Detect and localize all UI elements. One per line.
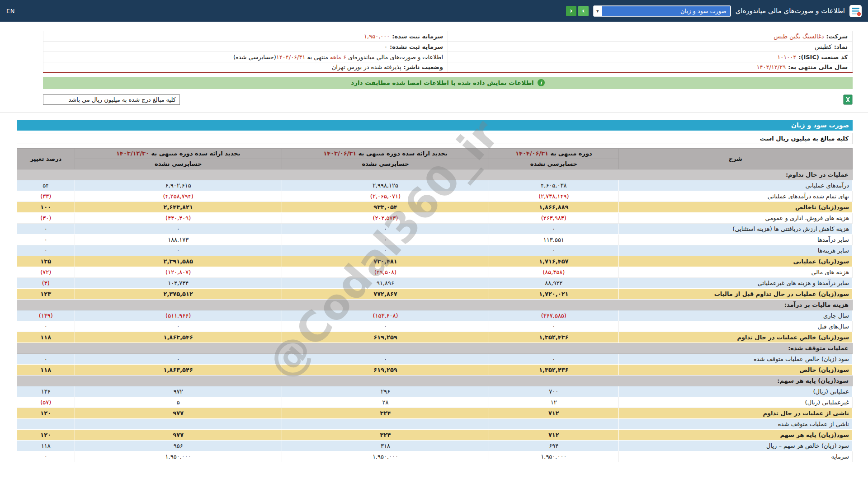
row-change-percent: ۱۲۰ — [17, 429, 75, 440]
nav-previous-button[interactable]: ‹ — [566, 6, 576, 16]
row-value-restated-mid: ۷۷۲,۸۶۷ — [282, 288, 489, 299]
row-value-current: ۰ — [489, 223, 618, 234]
row-value-restated-annual: (۴۴۰,۴۰۹) — [75, 212, 282, 223]
row-label: سود(زیان) پایه هر سهم — [618, 429, 852, 440]
row-value-restated-annual: ۱۸۸,۱۷۳ — [75, 234, 282, 245]
row-change-percent: ۱۱۸ — [17, 332, 75, 343]
statement-row: سود(زیان) ناخالص۱,۸۶۶,۸۸۹۹۳۳,۰۵۴۲,۶۴۳,۸۲… — [17, 202, 853, 212]
unregistered-capital-value: ۰ — [384, 43, 387, 50]
statement-unit-note: کلیه مبالغ به میلیون ریال است — [17, 133, 853, 144]
row-label: سال‌های قبل — [618, 321, 852, 332]
report-type-selected-value: صورت سود و زیان — [602, 6, 730, 16]
row-value-restated-annual: (۵۱۱,۹۶۶) — [75, 310, 282, 321]
row-value-restated-annual: ۲,۳۷۵,۵۱۲ — [75, 288, 282, 299]
statement-row: عملیاتی (ریال)۷۰۰۲۹۶۹۷۲۱۳۶ — [17, 386, 853, 397]
statement-row: سایر هزینه‌ها۰۰۰۰ — [17, 245, 853, 256]
statement-row: سود(زیان) خالص عملیات در حال تداوم۱,۳۵۲,… — [17, 332, 853, 343]
en-language-link[interactable]: EN — [6, 8, 15, 14]
row-value-current: ۷۱۲ — [489, 429, 618, 440]
statement-row: سود(زیان) پایه هر سهم۷۱۲۳۲۴۹۷۷۱۲۰ — [17, 429, 853, 440]
col-subheader-audit-current: حسابرسی نشده — [489, 159, 618, 169]
row-value-restated-mid: (۴۹,۵۰۸) — [282, 267, 489, 277]
row-value-restated-annual: ۲,۳۹۱,۵۸۵ — [75, 256, 282, 267]
statement-row: درآمدهای عملیاتی۴,۶۰۵,۰۳۸۲,۹۹۸,۱۲۵۶,۹۰۲,… — [17, 180, 853, 191]
row-value-restated-annual: ۰ — [75, 245, 282, 256]
col-header-period-current: دوره منتهی به ۱۴۰۴/۰۶/۳۱ — [489, 148, 618, 159]
company-info-table: شرکت:ذغالسنگ نگین طبس سرمایه ثبت شده:۱,۹… — [43, 31, 853, 73]
statement-row: هزینه کاهش ارزش دریافتنی ها (هزینه استثن… — [17, 223, 853, 234]
info-row: کد صنعت (ISIC):۱۰۱۰۰۴ اطلاعات و صورت‌های… — [43, 52, 853, 62]
row-value-restated-annual: ۹۵۶ — [75, 440, 282, 451]
codal-logo-icon[interactable] — [849, 5, 862, 17]
excel-export-icon[interactable] — [843, 94, 853, 105]
report-period-cell: اطلاعات و صورت‌های مالی میاندوره‌ای ۶ ما… — [43, 52, 448, 62]
period-prefix: تجدید ارائه شده دوره منتهی به — [356, 150, 448, 157]
row-value-restated-annual: (۴,۲۵۸,۷۹۴) — [75, 191, 282, 202]
row-change-percent: (۳۰) — [17, 212, 75, 223]
row-value-restated-annual — [75, 418, 282, 429]
row-value-current: ۱,۹۵۰,۰۰۰ — [489, 451, 618, 462]
period-date: ۱۴۰۴/۰۶/۳۱ — [515, 150, 548, 157]
statement-row: سایر درآمدها و هزینه های غیرعملیاتی۸۸,۹۲… — [17, 277, 853, 288]
row-label: سود(زیان) عملیات در حال تداوم قبل از مال… — [618, 288, 852, 299]
row-value-restated-annual: ۹۷۷ — [75, 408, 282, 418]
row-value-restated-annual: ۹۷۲ — [75, 386, 282, 397]
col-header-change-percent: درصد تغییر — [17, 148, 75, 169]
row-value-restated-mid: (۲,۰۶۵,۰۷۱) — [282, 191, 489, 202]
row-value-current: ۰ — [489, 245, 618, 256]
section-title: هزینه مالیات بر درآمد: — [17, 299, 853, 310]
row-label: درآمدهای عملیاتی — [618, 180, 852, 191]
statement-row: غیرعملیاتی (ریال)۱۲۲۸۵(۵۷) — [17, 397, 853, 408]
period-prefix: تجدید ارائه شده دوره منتهی به — [149, 150, 241, 157]
row-change-percent: (۳۳) — [17, 191, 75, 202]
row-value-current: ۱,۳۵۲,۴۳۶ — [489, 364, 618, 375]
row-change-percent: ۰ — [17, 451, 75, 462]
signature-match-banner: i اطلاعات نمایش داده شده با اطلاعات امضا… — [43, 77, 853, 89]
row-value-current — [489, 418, 618, 429]
row-value-restated-annual: (۱۲۰,۸۰۷) — [75, 267, 282, 277]
fiscal-year-value: ۱۴۰۴/۱۲/۲۹ — [757, 64, 786, 70]
amount-unit-note: کلیه مبالغ درج شده به میلیون ریال می باش… — [43, 94, 180, 105]
row-value-current: ۱۲ — [489, 397, 618, 408]
row-value-restated-annual: ۵ — [75, 397, 282, 408]
row-change-percent: ۱۱۸ — [17, 364, 75, 375]
isic-cell: کد صنعت (ISIC):۱۰۱۰۰۴ — [448, 52, 853, 62]
row-value-current: ۱۱۳,۵۵۱ — [489, 234, 618, 245]
row-value-restated-mid: ۰ — [282, 234, 489, 245]
nav-next-button[interactable]: › — [578, 6, 589, 16]
income-statement-table: شرح دوره منتهی به ۱۴۰۴/۰۶/۳۱ تجدید ارائه… — [17, 148, 853, 462]
row-change-percent: (۳) — [17, 277, 75, 288]
row-label: غیرعملیاتی (ریال) — [618, 397, 852, 408]
col-header-description: شرح — [618, 148, 852, 169]
row-value-restated-mid: ۲۸ — [282, 397, 489, 408]
row-label: سال جاری — [618, 310, 852, 321]
row-value-restated-annual: ۱,۹۵۰,۰۰۰ — [75, 451, 282, 462]
row-value-current: (۸۵,۳۵۸) — [489, 267, 618, 277]
row-value-restated-mid: ۹۳۳,۰۵۴ — [282, 202, 489, 212]
row-label: ناشی از عملیات در حال تداوم — [618, 408, 852, 418]
statement-title-bar: صورت سود و زیان — [17, 120, 853, 131]
row-label: سرمایه — [618, 451, 852, 462]
section-row: عملیات در حال تداوم: — [17, 169, 853, 180]
statement-row: سال‌های قبل۰۰۰۰ — [17, 321, 853, 332]
row-change-percent: (۱۳۹) — [17, 310, 75, 321]
row-change-percent: ۰ — [17, 223, 75, 234]
info-row: سال مالی منتهی به:۱۴۰۴/۱۲/۲۹ وضعیت ناشر:… — [43, 62, 853, 73]
report-audit-state: (حسابرسی شده) — [233, 54, 276, 61]
report-period-text: اطلاعات و صورت‌های مالی میاندوره‌ای — [346, 54, 443, 61]
symbol-cell: نماد:کطبس — [448, 42, 853, 52]
signature-match-text: اطلاعات نمایش داده شده با اطلاعات امضا ش… — [351, 79, 534, 86]
row-change-percent: ۰ — [17, 353, 75, 364]
statement-row: سود(زیان) عملیات در حال تداوم قبل از مال… — [17, 288, 853, 299]
row-value-restated-mid: ۲,۹۹۸,۱۲۵ — [282, 180, 489, 191]
unregistered-capital-label: سرمایه ثبت نشده: — [390, 43, 443, 50]
report-type-select[interactable]: صورت سود و زیان ▾ — [593, 5, 731, 17]
row-value-current: ۱,۸۶۶,۸۸۹ — [489, 202, 618, 212]
fiscal-year-cell: سال مالی منتهی به:۱۴۰۴/۱۲/۲۹ — [448, 62, 853, 73]
row-change-percent: ۱۲۰ — [17, 408, 75, 418]
row-value-current: ۸۸,۹۲۲ — [489, 277, 618, 288]
row-value-restated-annual: ۱,۸۶۳,۵۴۶ — [75, 364, 282, 375]
statement-row: سایر درآمدها۱۱۳,۵۵۱۰۱۸۸,۱۷۳۰ — [17, 234, 853, 245]
row-value-restated-mid: ۱,۹۵۰,۰۰۰ — [282, 451, 489, 462]
statement-row: بهای تمام شده درآمدهای عملیاتی(۲,۷۳۸,۱۴۹… — [17, 191, 853, 202]
